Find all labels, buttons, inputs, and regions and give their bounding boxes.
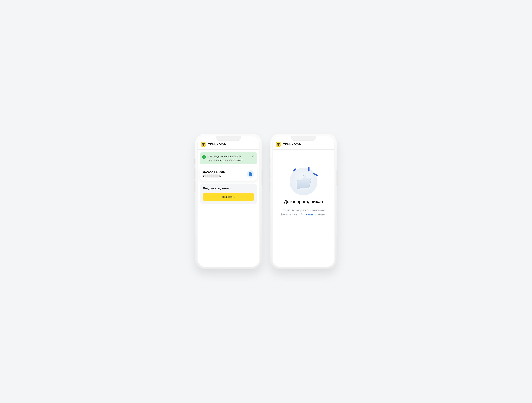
document-title-line1: Договор с ООО — [203, 170, 245, 174]
toast-text: Подтвердили использование простой электр… — [208, 155, 249, 162]
close-icon[interactable] — [251, 155, 255, 159]
sign-button[interactable]: Подписать — [203, 193, 254, 201]
success-line2-prefix: Неподписанный — — [281, 213, 306, 216]
screen-left: ТИНЬКОФФ Подтвердили использование прост… — [197, 136, 260, 267]
document-card[interactable]: Договор с ООО « » — [200, 167, 257, 181]
brand-logo-icon — [276, 142, 281, 147]
thumbs-up-illustration — [290, 168, 317, 195]
success-line2-suffix: сейчас — [316, 213, 326, 216]
redacted-company-name — [205, 174, 219, 177]
app-header: ТИНЬКОФФ — [197, 136, 260, 150]
spark-icon — [308, 167, 310, 172]
quote-close: » — [219, 174, 221, 178]
quote-open: « — [203, 174, 205, 178]
brand-name: ТИНЬКОФФ — [208, 143, 226, 146]
brand-logo-icon — [201, 142, 206, 147]
confirmation-toast: Подтвердили использование простой электр… — [200, 152, 257, 164]
success-title: Договор подписан — [284, 199, 323, 204]
sign-card: Подпишите договор Подписать — [200, 184, 257, 204]
stage: ТИНЬКОФФ Подтвердили использование прост… — [164, 124, 368, 279]
spark-icon — [313, 173, 318, 176]
brand-name: ТИНЬКОФФ — [283, 143, 301, 146]
check-circle-icon — [202, 155, 206, 159]
success-line1: Его можно запросить у компании. — [282, 209, 325, 212]
phone-right: ТИНЬКОФФ Договор п — [270, 134, 337, 269]
success-description: Его можно запросить у компании. Неподпис… — [281, 208, 326, 217]
app-header: ТИНЬКОФФ — [272, 136, 335, 150]
sign-title: Подпишите договор — [203, 187, 254, 190]
spark-icon — [292, 168, 297, 172]
phone-left: ТИНЬКОФФ Подтвердили использование прост… — [195, 134, 262, 269]
screen-right: ТИНЬКОФФ Договор п — [272, 136, 335, 267]
document-icon — [247, 170, 254, 178]
download-link[interactable]: скачать — [306, 213, 316, 216]
